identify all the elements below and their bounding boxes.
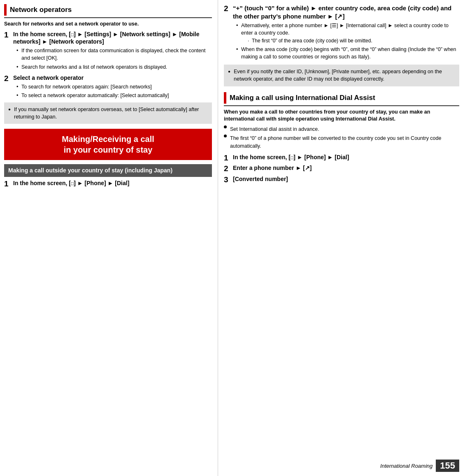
footer-number: 155 bbox=[436, 460, 459, 472]
right-step-2-subbullets: The first “0” of the area code (city cod… bbox=[241, 37, 459, 44]
network-operators-header: Network operators bbox=[4, 4, 212, 18]
right-step-2-title: “+” (touch “0” for a while) ► enter coun… bbox=[233, 4, 459, 20]
footer-label: International Roaming bbox=[380, 463, 432, 469]
intl-step-2-title: Enter a phone number ► [↗] bbox=[233, 164, 459, 172]
intl-dial-assist-title: Making a call using International Dial A… bbox=[230, 94, 375, 102]
making-receiving-banner: Making/Receiving a call in your country … bbox=[4, 129, 212, 160]
step-1-network: 1 In the home screen, [□] ► [Settings] ►… bbox=[4, 30, 212, 71]
page-container: Network operators Search for networks an… bbox=[0, 0, 465, 476]
step-1-bullets: If the confirmation screen for data comm… bbox=[13, 47, 212, 70]
right-step-2-subbullet-1: The first “0” of the area code (city cod… bbox=[248, 37, 459, 44]
outside-call-header: Making a call outside your country of st… bbox=[4, 164, 212, 177]
page-footer: International Roaming 155 bbox=[380, 460, 459, 472]
step-2-title: Select a network operator bbox=[13, 74, 212, 81]
intl-step-3-content: [Converted number] bbox=[233, 175, 459, 183]
intl-note-1-text: Set International dial assist in advance… bbox=[230, 125, 459, 133]
outside-step-1: 1 In the home screen, [□] ► [Phone] ► [D… bbox=[4, 179, 212, 187]
right-step-2-number: 2 bbox=[224, 4, 232, 14]
step-2-number: 2 bbox=[4, 74, 12, 84]
intl-note-1: Set International dial assist in advance… bbox=[224, 125, 459, 133]
right-column: 2 “+” (touch “0” for a while) ► enter co… bbox=[218, 0, 465, 476]
step-2-content: Select a network operator To search for … bbox=[13, 74, 212, 99]
dot-bullet-2 bbox=[224, 135, 227, 137]
outside-call-title: Making a call outside your country of st… bbox=[8, 167, 172, 174]
right-step-2-bullet-2: When the area code (city code) begins wi… bbox=[236, 46, 459, 60]
outside-step-1-number: 1 bbox=[4, 179, 12, 189]
right-note-box: Even if you notify the caller ID, [Unkno… bbox=[224, 65, 459, 86]
step-1-title: In the home screen, [□] ► [Settings] ► [… bbox=[13, 30, 212, 46]
intl-step-2-number: 2 bbox=[224, 164, 232, 174]
header-bar-red bbox=[4, 4, 7, 16]
step-2-bullets: To search for network operators again: [… bbox=[13, 83, 212, 99]
network-note-text: If you manually set network operators ov… bbox=[8, 106, 208, 121]
banner-line1: Making/Receiving a call bbox=[10, 134, 206, 144]
step-2-bullet-2: To select a network operator automatical… bbox=[16, 92, 212, 99]
banner-line2: in your country of stay bbox=[10, 144, 206, 155]
intl-dial-assist-subtitle: When you make a call to other countries … bbox=[224, 109, 459, 123]
intl-step-1-title: In the home screen, [□] ► [Phone] ► [Dia… bbox=[233, 153, 459, 161]
step-2-bullet-1: To search for network operators again: [… bbox=[16, 83, 212, 91]
intl-dial-assist-header: Making a call using International Dial A… bbox=[224, 92, 459, 106]
intl-step-1-number: 1 bbox=[224, 153, 232, 163]
outside-call-section: Making a call outside your country of st… bbox=[4, 164, 212, 187]
intl-step-2: 2 Enter a phone number ► [↗] bbox=[224, 164, 459, 172]
dot-bullet-1 bbox=[224, 125, 227, 128]
intl-step-2-content: Enter a phone number ► [↗] bbox=[233, 164, 459, 172]
right-step-2-content: “+” (touch “0” for a while) ► enter coun… bbox=[233, 4, 459, 60]
intl-dial-assist-section: Making a call using International Dial A… bbox=[224, 92, 459, 183]
intl-note-2-text: The first “0” of a phone number will be … bbox=[230, 135, 459, 150]
step-1-number: 1 bbox=[4, 30, 12, 40]
step-2-network: 2 Select a network operator To search fo… bbox=[4, 74, 212, 99]
right-step-2-bullets: Alternatively, enter a phone number ► [☰… bbox=[233, 22, 459, 60]
network-operators-subtitle: Search for networks and set a network op… bbox=[4, 21, 212, 28]
left-column: Network operators Search for networks an… bbox=[0, 0, 218, 476]
intl-header-bar-red bbox=[224, 92, 226, 104]
intl-note-2: The first “0” of a phone number will be … bbox=[224, 135, 459, 150]
step-1-content: In the home screen, [□] ► [Settings] ► [… bbox=[13, 30, 212, 71]
intl-step-3: 3 [Converted number] bbox=[224, 175, 459, 183]
step-1-bullet-1: If the confirmation screen for data comm… bbox=[16, 47, 212, 62]
intl-step-3-number: 3 bbox=[224, 175, 232, 185]
network-operators-title: Network operators bbox=[10, 6, 72, 14]
intl-step-3-title: [Converted number] bbox=[233, 175, 459, 183]
right-note-text: Even if you notify the caller ID, [Unkno… bbox=[228, 68, 455, 83]
intl-step-1-content: In the home screen, [□] ► [Phone] ► [Dia… bbox=[233, 153, 459, 161]
intl-step-1: 1 In the home screen, [□] ► [Phone] ► [D… bbox=[224, 153, 459, 161]
step-1-bullet-2: Search for networks and a list of networ… bbox=[16, 63, 212, 71]
right-step-2-bullet-1: Alternatively, enter a phone number ► [☰… bbox=[236, 22, 459, 44]
outside-step-1-content: In the home screen, [□] ► [Phone] ► [Dia… bbox=[13, 179, 212, 187]
right-step-2: 2 “+” (touch “0” for a while) ► enter co… bbox=[224, 4, 459, 60]
network-note-box: If you manually set network operators ov… bbox=[4, 102, 212, 124]
outside-step-1-title: In the home screen, [□] ► [Phone] ► [Dia… bbox=[13, 179, 212, 187]
